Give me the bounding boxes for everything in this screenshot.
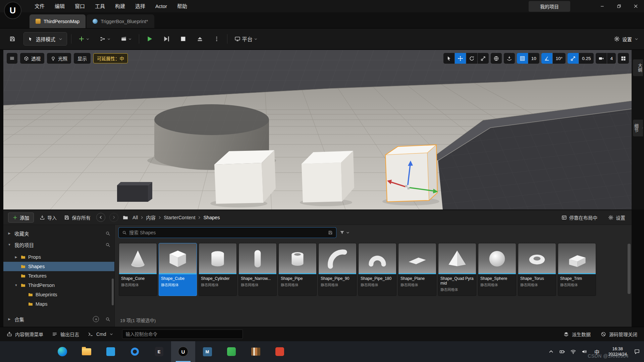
taskbar-app-mysql-workbench[interactable] [195, 341, 219, 362]
content-drawer-button[interactable]: 内容侧滑菜单 [7, 331, 43, 338]
stop-button[interactable] [177, 32, 190, 46]
rotation-snap-toggle[interactable] [541, 53, 552, 64]
menu-编辑[interactable]: 编辑 [50, 0, 70, 12]
taskbar-app-edge-browser[interactable] [50, 341, 74, 362]
menu-选择[interactable]: 选择 [130, 0, 150, 12]
menu-帮助[interactable]: 帮助 [172, 0, 192, 12]
menu-文件[interactable]: 文件 [30, 0, 50, 12]
cinematics-button[interactable] [118, 32, 135, 46]
taskbar-app-task-view[interactable] [26, 341, 50, 362]
derived-data-button[interactable]: 派生数据 [564, 331, 591, 338]
blueprints-button[interactable] [97, 32, 114, 46]
tab-ThirdPersonMap[interactable]: ThirdPersonMap [30, 14, 86, 28]
expander-icon[interactable]: ▶ [7, 317, 11, 321]
grid-snap-toggle[interactable] [517, 53, 528, 64]
world-space-toggle[interactable] [491, 53, 502, 64]
unreal-logo-icon[interactable] [4, 2, 21, 19]
show-flags-dropdown[interactable]: 显示 [74, 53, 91, 64]
hidden-icons-chevron-icon[interactable] [548, 349, 554, 355]
sidebar-scrollbar[interactable] [112, 279, 114, 305]
taskbar-app-red-app[interactable] [268, 341, 292, 362]
ime-indicator[interactable]: 中 [592, 348, 601, 355]
output-log-button[interactable]: 输出日志 [52, 331, 79, 338]
network-icon[interactable] [570, 349, 576, 355]
asset-Shape_Pipe[interactable]: Shape_Pipe 静态网格体 [278, 243, 317, 296]
tree-item-Maps[interactable]: Maps [3, 299, 114, 309]
taskbar-app-unreal-engine[interactable] [171, 341, 195, 362]
play-button[interactable] [143, 32, 156, 46]
close-button[interactable] [627, 0, 644, 12]
taskbar-app-epic-games[interactable] [147, 341, 171, 362]
taskbar-app-vs-code[interactable] [99, 341, 123, 362]
editor-settings-dropdown[interactable]: 设置 [614, 36, 639, 43]
asset-Shape_Torus[interactable]: Shape_Torus 静态网格体 [518, 243, 556, 296]
menu-工具[interactable]: 工具 [90, 0, 110, 12]
breadcrumb-Shapes[interactable]: Shapes [203, 215, 220, 220]
eject-button[interactable] [194, 32, 206, 46]
outliner-rail-tab[interactable]: 大纲 [633, 59, 643, 76]
tab-TriggerBox_Blueprint*[interactable]: TriggerBox_Blueprint* [87, 14, 154, 28]
surface-snap-toggle[interactable] [504, 53, 515, 64]
tree-item-ThirdPerson[interactable]: ▼ ThirdPerson [3, 281, 114, 290]
asset-Shape_Sphere[interactable]: Shape_Sphere 静态网格体 [478, 243, 516, 296]
asset-Shape_Cube[interactable]: Shape_Cube 静态网格体 [159, 243, 197, 296]
save-button[interactable] [5, 32, 19, 46]
import-button[interactable]: 导入 [38, 214, 58, 221]
forward-button[interactable] [109, 213, 118, 222]
search-icon[interactable] [105, 242, 110, 247]
asset-search-box[interactable] [119, 228, 336, 238]
lit-mode-dropdown[interactable]: 光照 [47, 53, 71, 64]
filter-button[interactable] [339, 230, 350, 235]
viewport-panel[interactable]: 透视 光照 显示 可延展性：中 10 10° [3, 50, 632, 209]
tree-item-Shapes[interactable]: Shapes [3, 262, 114, 271]
asset-Shape_Pipe_90[interactable]: Shape_Pipe_90 静态网格体 [318, 243, 357, 296]
console-command-input[interactable] [122, 329, 243, 339]
scale-snap-toggle[interactable] [568, 53, 579, 64]
expander-icon[interactable]: ▶ [14, 255, 18, 259]
tree-item-Blueprints[interactable]: Blueprints [3, 290, 114, 299]
asset-Shape_Cylinder[interactable]: Shape_Cylinder 静态网格体 [199, 243, 237, 296]
viewport-options-button[interactable] [7, 53, 17, 64]
asset-Shape_Narrow...[interactable]: Shape_Narrow... 静态网格体 [238, 243, 277, 296]
save-all-button[interactable]: 保存所有 [62, 214, 92, 221]
cb-settings-button[interactable]: 设置 [606, 214, 627, 221]
asset-Shape_Trim[interactable]: Shape_Trim 静态网格体 [558, 243, 596, 296]
source-control-button[interactable]: 源码管理关闭 [601, 331, 637, 338]
restore-button[interactable] [610, 0, 627, 12]
folder-icon[interactable] [122, 215, 128, 221]
battery-status-icon[interactable] [559, 349, 565, 355]
frame-skip-button[interactable] [160, 32, 173, 46]
project-name-button[interactable]: 我的项目 [529, 1, 570, 12]
scale-snap-value[interactable]: 0.25 [579, 53, 594, 64]
search-icon[interactable] [105, 317, 110, 322]
scale-tool[interactable] [478, 53, 489, 64]
tree-item-Props[interactable]: ▶ Props [3, 252, 114, 262]
move-tool[interactable] [455, 53, 466, 64]
search-icon[interactable] [105, 231, 110, 236]
play-options-button[interactable] [210, 32, 223, 46]
perspective-dropdown[interactable]: 透视 [20, 53, 44, 64]
expander-icon[interactable]: ▶ [7, 232, 11, 235]
save-search-icon[interactable] [328, 230, 333, 235]
add-actor-button[interactable] [75, 32, 93, 46]
asset-Shape_Cone[interactable]: Shape_Cone 静态网格体 [119, 243, 157, 296]
taskbar-app-browser-ring[interactable] [123, 341, 147, 362]
menu-Actor[interactable]: Actor [150, 0, 172, 12]
menu-窗口[interactable]: 窗口 [70, 0, 90, 12]
select-mode-dropdown[interactable]: 选择模式 [23, 32, 67, 46]
taskbar-app-green-app[interactable] [219, 341, 244, 362]
add-collection-button[interactable] [93, 316, 99, 322]
taskbar-app-windows-start[interactable] [2, 341, 26, 362]
back-button[interactable] [96, 213, 105, 222]
asset-Shape_Plane[interactable]: Shape_Plane 静态网格体 [398, 243, 436, 296]
camera-speed-button[interactable] [596, 53, 607, 64]
tree-item-Textures[interactable]: Textures [3, 271, 114, 281]
asset-Shape_Pipe_180[interactable]: Shape_Pipe_180 静态网格体 [358, 243, 396, 296]
details-rail-tab[interactable]: 细节 [633, 120, 643, 136]
dock-in-layout-button[interactable]: 停靠在布局中 [560, 214, 599, 221]
cmd-dropdown[interactable]: Cmd [88, 331, 113, 337]
select-tool[interactable] [443, 53, 454, 64]
breadcrumb-All[interactable]: All [132, 215, 144, 220]
asset-scrollbar[interactable] [628, 244, 631, 294]
breadcrumb-StarterContent[interactable]: StarterContent [164, 215, 201, 220]
